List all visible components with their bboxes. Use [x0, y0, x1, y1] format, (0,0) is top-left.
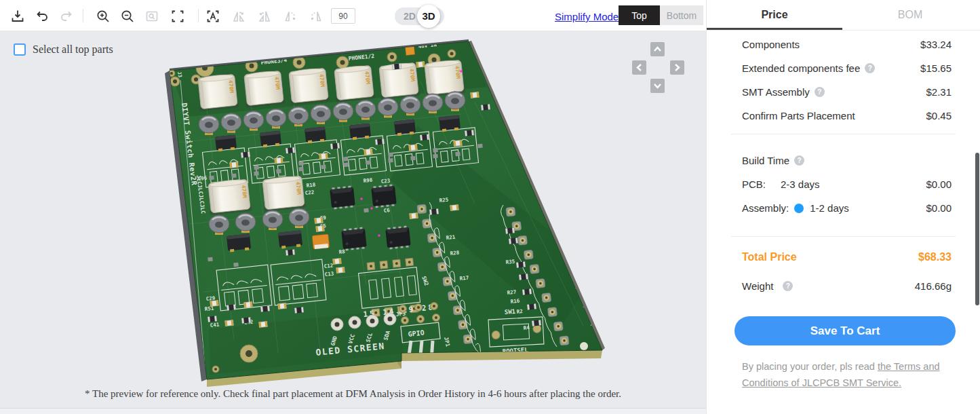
pcb-smd-component[interactable]: [364, 208, 369, 213]
pcb-electrolytic-capacitor[interactable]: 470M: [333, 64, 376, 102]
pcb-smd-component[interactable]: [519, 274, 528, 280]
bottom-side-button[interactable]: Bottom: [660, 5, 703, 25]
pcb-smd-component[interactable]: [509, 238, 518, 244]
rotate-ccw-icon[interactable]: [282, 8, 298, 24]
pcb-smd-component[interactable]: [208, 257, 213, 262]
redo-icon[interactable]: [58, 8, 75, 24]
pcb-smd-component[interactable]: [276, 169, 281, 174]
pcb-smd-component[interactable]: [420, 134, 429, 140]
pcb-electrolytic-capacitor[interactable]: 470M: [261, 175, 307, 212]
pcb-smd-component[interactable]: [343, 157, 349, 162]
pcb-smd-component[interactable]: [330, 143, 340, 149]
pcb-smd-component[interactable]: [532, 320, 541, 326]
download-icon[interactable]: [9, 8, 26, 24]
pcb-tantalum-capacitor[interactable]: [312, 234, 330, 249]
pcb-smd-component[interactable]: [522, 288, 532, 295]
pcb-smd-component[interactable]: [410, 212, 418, 219]
simplify-mode-link[interactable]: Simplify Mode: [555, 11, 619, 22]
pcb-smd-component[interactable]: [209, 176, 214, 181]
pcb-smd-component[interactable]: [450, 204, 459, 210]
pcb-3d-render[interactable]: EARTHPHONE3/4PHONE1/248V INJ3DIYVT Switc…: [0, 31, 706, 408]
pcb-electrolytic-capacitor[interactable]: 470M: [197, 73, 239, 111]
flip-vertical-icon[interactable]: [256, 8, 273, 24]
pcb-smd-component[interactable]: [410, 156, 416, 161]
pcb-soic-ic[interactable]: [341, 227, 366, 250]
fit-view-icon[interactable]: [170, 8, 186, 24]
question-icon[interactable]: ?: [783, 281, 793, 291]
zoom-out-icon[interactable]: [119, 8, 136, 24]
pcb-smd-component[interactable]: [375, 138, 385, 145]
pcb-smd-component[interactable]: [230, 162, 239, 168]
pcb-soic-ic[interactable]: [371, 184, 396, 208]
pcb-smd-component[interactable]: [433, 148, 438, 153]
pcb-power-transistor[interactable]: [305, 126, 326, 143]
pcb-smd-component[interactable]: [336, 267, 345, 273]
select-all-checkbox[interactable]: [14, 43, 26, 56]
pan-left-button[interactable]: [632, 60, 646, 75]
pcb-smd-component[interactable]: [244, 301, 253, 307]
pcb-smd-component[interactable]: [227, 304, 236, 310]
pcb-smd-component[interactable]: [471, 92, 479, 98]
pcb-smd-component[interactable]: [505, 227, 515, 233]
pcb-electrolytic-capacitor[interactable]: 470M: [243, 70, 286, 108]
rotate-cw-icon[interactable]: [308, 8, 324, 24]
pcb-smd-component[interactable]: [366, 160, 371, 165]
pcb-power-transistor[interactable]: [227, 233, 251, 252]
pcb-smd-component[interactable]: [278, 303, 287, 309]
pcb-smd-component[interactable]: [260, 305, 270, 312]
view-3d-option[interactable]: 3D: [417, 5, 440, 28]
view-2d-option[interactable]: 2D: [404, 11, 416, 22]
question-icon[interactable]: ?: [815, 87, 825, 97]
pcb-smd-component[interactable]: [409, 145, 418, 151]
pcb-smd-component[interactable]: [254, 166, 259, 170]
pcb-electrolytic-capacitor[interactable]: 470M: [423, 59, 466, 97]
pcb-smd-component[interactable]: [208, 316, 217, 322]
pcb-electrolytic-capacitor[interactable]: 470M: [207, 178, 252, 215]
pcb-smd-component[interactable]: [275, 157, 283, 164]
zoom-in-icon[interactable]: [95, 8, 111, 24]
pcb-power-transistor[interactable]: [215, 134, 237, 151]
pcb-smd-component[interactable]: [319, 153, 328, 159]
pcb-smd-component[interactable]: [455, 151, 460, 156]
pan-up-button[interactable]: [650, 42, 665, 56]
pcb-smd-component[interactable]: [516, 261, 526, 267]
pcb-smd-component[interactable]: [392, 63, 401, 69]
pcb-smd-component[interactable]: [321, 165, 326, 170]
top-side-button[interactable]: Top: [619, 5, 660, 25]
pcb-smd-component[interactable]: [241, 317, 251, 323]
pcb-power-transistor[interactable]: [394, 119, 416, 136]
question-icon[interactable]: ?: [794, 155, 804, 166]
pcb-smd-component[interactable]: [210, 300, 219, 306]
pcb-smd-component[interactable]: [233, 263, 239, 267]
pcb-smd-component[interactable]: [343, 162, 349, 167]
pcb-power-transistor[interactable]: [439, 115, 460, 132]
pcb-smd-component[interactable]: [527, 303, 536, 309]
pcb-smd-component[interactable]: [298, 161, 304, 166]
pcb-soic-ic[interactable]: [385, 225, 410, 249]
pcb-smd-component[interactable]: [231, 173, 237, 178]
area-zoom-icon[interactable]: [144, 8, 160, 24]
pcb-smd-component[interactable]: [454, 140, 463, 146]
pcb-power-transistor[interactable]: [349, 123, 371, 140]
pcb-smd-component[interactable]: [294, 307, 304, 313]
pcb-smd-component[interactable]: [416, 61, 425, 67]
flip-horizontal-icon[interactable]: [231, 8, 247, 24]
pcb-smd-component[interactable]: [241, 151, 250, 157]
rotation-angle-input[interactable]: [331, 8, 355, 24]
pcb-smd-component[interactable]: [388, 152, 393, 157]
pcb-power-transistor[interactable]: [278, 230, 302, 248]
pcb-smd-component[interactable]: [254, 171, 259, 176]
pcb-smd-component[interactable]: [286, 249, 295, 255]
pcb-smd-component[interactable]: [481, 104, 490, 110]
pcb-smd-component[interactable]: [315, 217, 324, 223]
tab-bom[interactable]: BOM: [842, 9, 978, 21]
panel-scrollbar-thumb[interactable]: [975, 153, 979, 305]
save-to-cart-button[interactable]: Save To Cart: [734, 316, 956, 345]
pcb-smd-component[interactable]: [259, 321, 268, 327]
view-mode-toggle[interactable]: 2D 3D: [395, 7, 444, 25]
pcb-electrolytic-capacitor[interactable]: 470M: [288, 67, 330, 105]
pan-down-button[interactable]: [650, 79, 665, 93]
pcb-smd-component[interactable]: [465, 130, 474, 136]
pcb-smd-component[interactable]: [333, 258, 342, 264]
pcb-power-transistor[interactable]: [260, 130, 281, 147]
